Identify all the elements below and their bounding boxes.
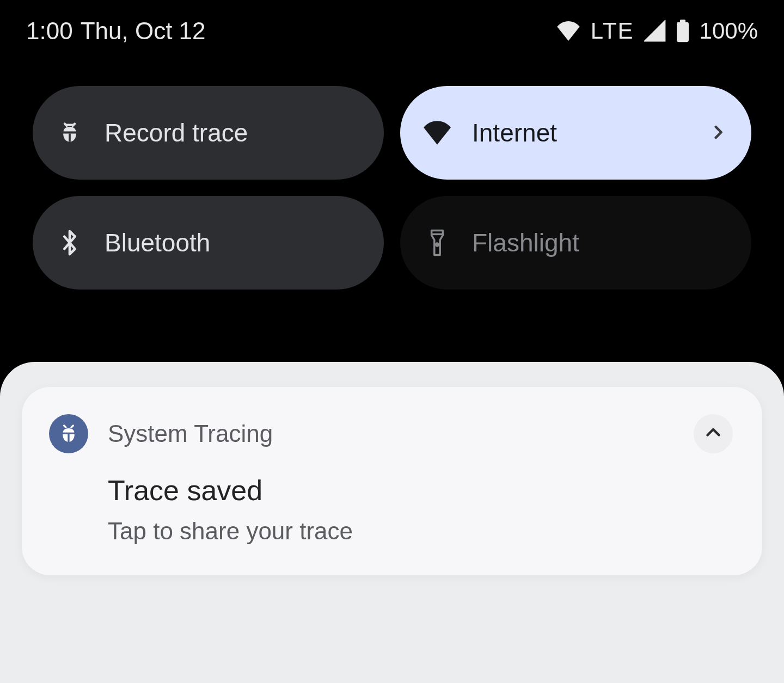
notification-header: System Tracing [49, 414, 733, 453]
notification-title: Trace saved [108, 474, 733, 507]
chevron-up-icon [703, 423, 723, 445]
svg-rect-2 [63, 131, 77, 133]
svg-point-5 [436, 243, 439, 246]
status-left: 1:00 Thu, Oct 12 [26, 17, 206, 45]
cell-signal-icon [644, 20, 666, 42]
status-right: LTE 100% [556, 18, 758, 44]
notification-app-name: System Tracing [108, 420, 674, 447]
svg-rect-3 [69, 133, 71, 141]
bug-icon [56, 121, 84, 145]
wifi-icon [423, 121, 451, 145]
qs-tile-internet[interactable]: Internet [400, 86, 751, 180]
battery-percent: 100% [700, 18, 758, 44]
qs-tile-label: Internet [472, 118, 730, 147]
notification-body: Trace saved Tap to share your trace [108, 474, 733, 545]
qs-tile-record-trace[interactable]: Record trace [33, 86, 384, 180]
svg-rect-7 [68, 434, 69, 442]
flashlight-icon [423, 229, 451, 257]
quick-settings-grid: Record trace Internet Bluetooth Flashlig… [0, 45, 784, 290]
qs-tile-label: Record trace [105, 118, 362, 147]
status-time: 1:00 [26, 17, 73, 45]
qs-tile-flashlight[interactable]: Flashlight [400, 196, 751, 290]
network-label: LTE [591, 18, 634, 44]
qs-tile-label: Bluetooth [105, 228, 362, 257]
svg-rect-0 [677, 22, 689, 42]
notification-subtitle: Tap to share your trace [108, 518, 733, 545]
notification-app-icon [49, 414, 88, 453]
notification-shade: System Tracing Trace saved Tap to share … [0, 362, 784, 683]
svg-rect-6 [62, 433, 75, 434]
qs-tile-label: Flashlight [472, 228, 730, 257]
notification-card[interactable]: System Tracing Trace saved Tap to share … [22, 387, 762, 575]
battery-icon [676, 19, 690, 43]
wifi-icon [556, 21, 581, 41]
status-date: Thu, Oct 12 [81, 17, 206, 45]
svg-rect-1 [679, 20, 685, 23]
chevron-right-icon [709, 118, 727, 147]
status-bar: 1:00 Thu, Oct 12 LTE 100% [0, 0, 784, 45]
bluetooth-icon [56, 229, 84, 257]
collapse-button[interactable] [694, 414, 733, 453]
qs-tile-bluetooth[interactable]: Bluetooth [33, 196, 384, 290]
